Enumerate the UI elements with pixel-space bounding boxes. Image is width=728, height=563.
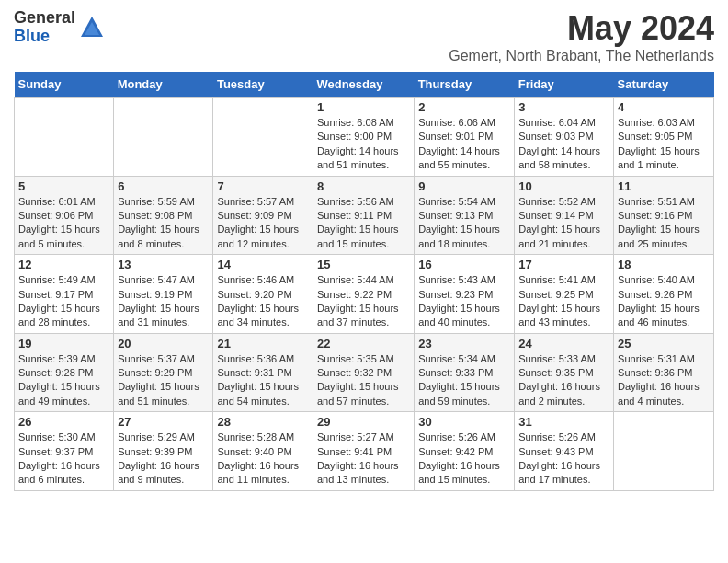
day-number: 7 — [217, 179, 309, 193]
day-detail: Sunrise: 5:31 AMSunset: 9:36 PMDaylight:… — [618, 352, 710, 409]
day-detail: Sunrise: 5:57 AMSunset: 9:09 PMDaylight:… — [217, 195, 309, 252]
title-section: May 2024 Gemert, North Brabant, The Neth… — [449, 9, 714, 64]
day-detail: Sunrise: 6:03 AMSunset: 9:05 PMDaylight:… — [618, 116, 710, 173]
calendar-week-row: 19Sunrise: 5:39 AMSunset: 9:28 PMDayligh… — [15, 333, 714, 412]
day-number: 8 — [317, 179, 410, 193]
day-detail: Sunrise: 5:34 AMSunset: 9:33 PMDaylight:… — [418, 352, 510, 409]
day-detail: Sunrise: 5:52 AMSunset: 9:14 PMDaylight:… — [518, 195, 609, 252]
month-year-title: May 2024 — [449, 9, 714, 48]
day-detail: Sunrise: 5:47 AMSunset: 9:19 PMDaylight:… — [118, 273, 209, 330]
calendar-cell — [614, 412, 714, 491]
calendar-cell: 17Sunrise: 5:41 AMSunset: 9:25 PMDayligh… — [515, 255, 614, 334]
day-number: 3 — [518, 100, 609, 114]
calendar-table: SundayMondayTuesdayWednesdayThursdayFrid… — [14, 72, 714, 491]
logo-icon — [79, 15, 105, 40]
column-header-friday: Friday — [515, 72, 614, 98]
day-detail: Sunrise: 6:04 AMSunset: 9:03 PMDaylight:… — [518, 116, 609, 173]
day-number: 14 — [217, 258, 309, 271]
column-header-saturday: Saturday — [614, 72, 714, 98]
calendar-cell: 30Sunrise: 5:26 AMSunset: 9:42 PMDayligh… — [415, 412, 515, 491]
calendar-header-row: SundayMondayTuesdayWednesdayThursdayFrid… — [15, 72, 714, 98]
calendar-cell: 12Sunrise: 5:49 AMSunset: 9:17 PMDayligh… — [15, 255, 114, 334]
calendar-cell: 16Sunrise: 5:43 AMSunset: 9:23 PMDayligh… — [415, 255, 515, 334]
day-number: 18 — [618, 258, 710, 271]
day-number: 22 — [317, 337, 410, 350]
day-number: 2 — [418, 100, 510, 114]
calendar-cell — [213, 98, 313, 177]
day-number: 31 — [518, 415, 609, 429]
day-detail: Sunrise: 5:30 AMSunset: 9:37 PMDaylight:… — [18, 431, 109, 488]
day-detail: Sunrise: 5:26 AMSunset: 9:42 PMDaylight:… — [418, 431, 510, 488]
calendar-cell: 25Sunrise: 5:31 AMSunset: 9:36 PMDayligh… — [614, 333, 714, 412]
calendar-cell: 22Sunrise: 5:35 AMSunset: 9:32 PMDayligh… — [313, 333, 414, 412]
column-header-sunday: Sunday — [15, 72, 114, 98]
day-number: 29 — [317, 415, 410, 429]
day-number: 12 — [18, 258, 109, 271]
calendar-cell: 2Sunrise: 6:06 AMSunset: 9:01 PMDaylight… — [415, 98, 515, 177]
day-detail: Sunrise: 5:59 AMSunset: 9:08 PMDaylight:… — [118, 195, 209, 252]
day-detail: Sunrise: 5:37 AMSunset: 9:29 PMDaylight:… — [118, 352, 209, 409]
calendar-cell: 18Sunrise: 5:40 AMSunset: 9:26 PMDayligh… — [614, 255, 714, 334]
day-detail: Sunrise: 5:35 AMSunset: 9:32 PMDaylight:… — [317, 352, 410, 409]
calendar-cell: 13Sunrise: 5:47 AMSunset: 9:19 PMDayligh… — [114, 255, 213, 334]
day-number: 4 — [618, 100, 710, 114]
day-detail: Sunrise: 5:40 AMSunset: 9:26 PMDaylight:… — [618, 273, 710, 330]
calendar-cell: 24Sunrise: 5:33 AMSunset: 9:35 PMDayligh… — [515, 333, 614, 412]
calendar-cell: 28Sunrise: 5:28 AMSunset: 9:40 PMDayligh… — [213, 412, 313, 491]
calendar-cell: 21Sunrise: 5:36 AMSunset: 9:31 PMDayligh… — [213, 333, 313, 412]
day-detail: Sunrise: 6:01 AMSunset: 9:06 PMDaylight:… — [18, 195, 109, 252]
day-detail: Sunrise: 5:26 AMSunset: 9:43 PMDaylight:… — [518, 431, 609, 488]
calendar-cell: 19Sunrise: 5:39 AMSunset: 9:28 PMDayligh… — [15, 333, 114, 412]
day-number: 20 — [118, 337, 209, 350]
day-detail: Sunrise: 5:36 AMSunset: 9:31 PMDaylight:… — [217, 352, 309, 409]
day-number: 25 — [618, 337, 710, 350]
calendar-week-row: 5Sunrise: 6:01 AMSunset: 9:06 PMDaylight… — [15, 176, 714, 255]
day-number: 26 — [18, 415, 109, 429]
day-number: 17 — [518, 258, 609, 271]
day-detail: Sunrise: 5:39 AMSunset: 9:28 PMDaylight:… — [18, 352, 109, 409]
calendar-cell: 7Sunrise: 5:57 AMSunset: 9:09 PMDaylight… — [213, 176, 313, 255]
day-number: 19 — [18, 337, 109, 350]
column-header-monday: Monday — [114, 72, 213, 98]
day-number: 30 — [418, 415, 510, 429]
day-number: 21 — [217, 337, 309, 350]
calendar-cell: 3Sunrise: 6:04 AMSunset: 9:03 PMDaylight… — [515, 98, 614, 177]
calendar-cell — [114, 98, 213, 177]
day-number: 5 — [18, 179, 109, 193]
day-detail: Sunrise: 5:43 AMSunset: 9:23 PMDaylight:… — [418, 273, 510, 330]
day-number: 11 — [618, 179, 710, 193]
logo-blue: Blue — [14, 28, 75, 46]
day-number: 27 — [118, 415, 209, 429]
calendar-cell: 10Sunrise: 5:52 AMSunset: 9:14 PMDayligh… — [515, 176, 614, 255]
calendar-week-row: 26Sunrise: 5:30 AMSunset: 9:37 PMDayligh… — [15, 412, 714, 491]
day-detail: Sunrise: 5:51 AMSunset: 9:16 PMDaylight:… — [618, 195, 710, 252]
day-detail: Sunrise: 5:27 AMSunset: 9:41 PMDaylight:… — [317, 431, 410, 488]
day-detail: Sunrise: 5:56 AMSunset: 9:11 PMDaylight:… — [317, 195, 410, 252]
calendar-cell: 8Sunrise: 5:56 AMSunset: 9:11 PMDaylight… — [313, 176, 414, 255]
column-header-thursday: Thursday — [415, 72, 515, 98]
day-detail: Sunrise: 6:06 AMSunset: 9:01 PMDaylight:… — [418, 116, 510, 173]
day-detail: Sunrise: 5:33 AMSunset: 9:35 PMDaylight:… — [518, 352, 609, 409]
day-number: 13 — [118, 258, 209, 271]
day-number: 9 — [418, 179, 510, 193]
day-number: 23 — [418, 337, 510, 350]
column-header-wednesday: Wednesday — [313, 72, 414, 98]
page-header: General Blue May 2024 Gemert, North Brab… — [14, 9, 714, 64]
calendar-cell: 15Sunrise: 5:44 AMSunset: 9:22 PMDayligh… — [313, 255, 414, 334]
day-number: 6 — [118, 179, 209, 193]
logo: General Blue — [14, 9, 105, 46]
day-detail: Sunrise: 5:46 AMSunset: 9:20 PMDaylight:… — [217, 273, 309, 330]
day-detail: Sunrise: 5:28 AMSunset: 9:40 PMDaylight:… — [217, 431, 309, 488]
day-detail: Sunrise: 6:08 AMSunset: 9:00 PMDaylight:… — [317, 116, 410, 173]
day-detail: Sunrise: 5:54 AMSunset: 9:13 PMDaylight:… — [418, 195, 510, 252]
day-number: 28 — [217, 415, 309, 429]
column-header-tuesday: Tuesday — [213, 72, 313, 98]
calendar-cell: 31Sunrise: 5:26 AMSunset: 9:43 PMDayligh… — [515, 412, 614, 491]
calendar-cell: 26Sunrise: 5:30 AMSunset: 9:37 PMDayligh… — [15, 412, 114, 491]
calendar-week-row: 12Sunrise: 5:49 AMSunset: 9:17 PMDayligh… — [15, 255, 714, 334]
logo-general: General — [14, 9, 75, 28]
location-subtitle: Gemert, North Brabant, The Netherlands — [449, 48, 714, 64]
day-number: 10 — [518, 179, 609, 193]
day-detail: Sunrise: 5:41 AMSunset: 9:25 PMDaylight:… — [518, 273, 609, 330]
calendar-cell: 11Sunrise: 5:51 AMSunset: 9:16 PMDayligh… — [614, 176, 714, 255]
